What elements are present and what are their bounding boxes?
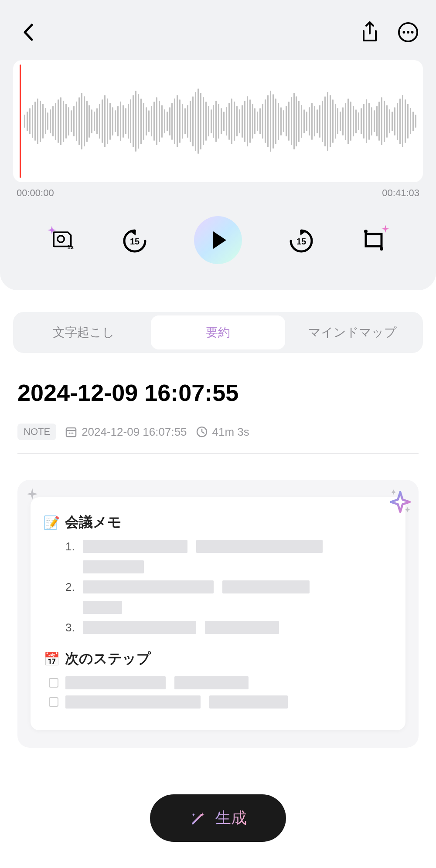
recording-title: 2024-12-09 16:07:55 xyxy=(17,379,419,406)
magic-wand-icon xyxy=(189,810,207,827)
generate-button[interactable]: 生成 xyxy=(150,794,286,842)
playback-controls: 1x 15 15 xyxy=(13,199,423,273)
tab-summary[interactable]: 要約 xyxy=(151,315,285,349)
svg-text:1x: 1x xyxy=(67,244,74,251)
svg-point-2 xyxy=(407,31,409,34)
svg-point-12 xyxy=(69,433,70,434)
svg-point-13 xyxy=(71,433,72,434)
play-button[interactable] xyxy=(194,216,242,264)
checklist-item xyxy=(44,676,392,689)
meeting-memo-heading: 📝 会議メモ xyxy=(44,513,392,532)
rewind-15-button[interactable]: 15 xyxy=(122,227,148,253)
play-icon xyxy=(213,231,226,249)
title-section: 2024-12-09 16:07:55 xyxy=(0,353,436,415)
clock-icon xyxy=(196,426,208,438)
checklist-item xyxy=(44,695,392,709)
svg-text:15: 15 xyxy=(130,237,140,246)
time-indicators: 00:00:00 00:41:03 xyxy=(13,182,423,199)
share-button[interactable] xyxy=(359,22,380,43)
ai-sparkle-icon xyxy=(389,491,412,514)
divider xyxy=(17,453,419,454)
checkbox[interactable] xyxy=(49,678,58,688)
svg-rect-10 xyxy=(66,428,76,437)
checkbox[interactable] xyxy=(49,697,58,707)
metadata-row: NOTE 2024-12-09 16:07:55 41m 3s xyxy=(0,415,436,453)
list-item xyxy=(65,601,392,614)
duration-meta: 41m 3s xyxy=(196,425,249,439)
svg-point-8 xyxy=(364,230,368,233)
next-steps-heading: 📅 次のステップ xyxy=(44,649,392,668)
list-item: 3. xyxy=(65,621,392,634)
back-button[interactable] xyxy=(17,22,38,43)
summary-content: 📝 会議メモ 1. 2. 3. 📅 xyxy=(31,497,405,730)
list-item xyxy=(65,560,392,573)
next-steps-label: 次のステップ xyxy=(65,649,151,668)
svg-point-1 xyxy=(403,31,405,34)
tab-transcription[interactable]: 文字起こし xyxy=(17,315,151,349)
note-badge: NOTE xyxy=(17,424,56,440)
meeting-memo-list: 1. 2. 3. xyxy=(44,540,392,634)
waveform-display[interactable] xyxy=(13,60,423,182)
calendar-icon xyxy=(65,426,77,438)
current-time: 00:00:00 xyxy=(17,187,54,199)
datetime-text: 2024-12-09 16:07:55 xyxy=(82,425,187,439)
list-item: 1. xyxy=(65,540,392,553)
next-steps-section: 📅 次のステップ xyxy=(44,649,392,709)
trim-button[interactable] xyxy=(361,227,387,253)
svg-point-14 xyxy=(72,433,74,434)
svg-point-3 xyxy=(411,31,414,34)
summary-card: ✦ ✦ 📝 会議メモ 1. 2. 3 xyxy=(17,480,419,748)
svg-text:15: 15 xyxy=(296,237,306,246)
calendar-emoji-icon: 📅 xyxy=(44,651,60,667)
playhead-indicator xyxy=(20,64,21,178)
tab-mindmap[interactable]: マインドマップ xyxy=(285,315,419,349)
duration-text: 41m 3s xyxy=(212,425,249,439)
playback-speed-button[interactable]: 1x xyxy=(49,227,75,253)
more-button[interactable] xyxy=(398,22,419,43)
svg-point-9 xyxy=(380,247,383,251)
memo-icon: 📝 xyxy=(44,515,60,530)
audio-player-section: 00:00:00 00:41:03 1x 15 15 xyxy=(0,0,436,290)
list-item: 2. xyxy=(65,580,392,594)
meeting-memo-label: 会議メモ xyxy=(65,513,122,532)
svg-point-4 xyxy=(58,236,64,242)
header-bar xyxy=(13,13,423,60)
total-time: 00:41:03 xyxy=(382,187,419,199)
forward-15-button[interactable]: 15 xyxy=(288,227,314,253)
generate-label: 生成 xyxy=(215,807,247,829)
datetime-meta: 2024-12-09 16:07:55 xyxy=(65,425,187,439)
content-tabs: 文字起こし 要約 マインドマップ xyxy=(13,312,423,353)
